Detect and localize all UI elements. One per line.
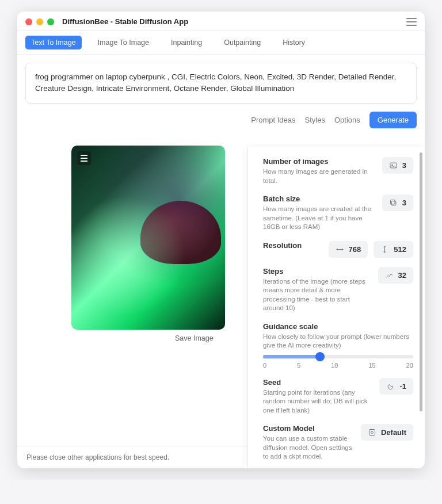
prompt-ideas-link[interactable]: Prompt Ideas bbox=[251, 116, 295, 124]
options-scrollbar[interactable] bbox=[420, 152, 422, 411]
app-title: DiffusionBee - Stable Diffusion App bbox=[62, 17, 188, 26]
tick-20: 20 bbox=[406, 362, 413, 369]
seed-title: Seed bbox=[263, 378, 374, 387]
app-menu-icon[interactable] bbox=[406, 18, 417, 26]
prompt-input[interactable]: frog programmer on laptop cyberpunk , CG… bbox=[25, 63, 417, 104]
stack-icon bbox=[389, 198, 398, 207]
svg-point-5 bbox=[371, 432, 374, 434]
tab-inpainting[interactable]: Inpainting bbox=[165, 36, 208, 49]
minimize-window-button[interactable] bbox=[36, 18, 43, 25]
footer-hint: Please close other applications for best… bbox=[26, 453, 169, 461]
num-images-desc: How many images are generated in total. bbox=[263, 167, 376, 185]
seed-icon bbox=[386, 382, 395, 391]
app-window: DiffusionBee - Stable Diffusion App Text… bbox=[17, 12, 425, 468]
seed-value: -1 bbox=[399, 382, 406, 391]
batch-size-stepper[interactable]: 3 bbox=[382, 194, 413, 211]
custom-model-title: Custom Model bbox=[263, 424, 355, 433]
guidance-ticks: 0 5 10 15 20 bbox=[263, 362, 413, 369]
tick-10: 10 bbox=[331, 362, 338, 369]
batch-size-value: 3 bbox=[402, 198, 406, 207]
maximize-window-button[interactable] bbox=[47, 18, 54, 25]
custom-model-select[interactable]: Default bbox=[361, 424, 413, 441]
custom-model-value: Default bbox=[381, 428, 406, 437]
tick-15: 15 bbox=[369, 362, 376, 369]
model-icon bbox=[368, 428, 376, 437]
window-controls bbox=[25, 18, 54, 25]
generate-button[interactable]: Generate bbox=[369, 112, 417, 128]
steps-icon bbox=[385, 271, 394, 280]
guidance-slider-thumb[interactable] bbox=[315, 352, 325, 361]
num-images-title: Number of images bbox=[263, 157, 376, 166]
resolution-height-value: 512 bbox=[394, 245, 406, 254]
steps-stepper[interactable]: 32 bbox=[378, 267, 413, 284]
batch-size-title: Batch size bbox=[263, 194, 376, 203]
steps-title: Steps bbox=[263, 267, 372, 276]
seed-desc: Starting point for iterations (any rando… bbox=[263, 388, 374, 415]
height-icon bbox=[380, 245, 389, 254]
styles-link[interactable]: Styles bbox=[305, 116, 325, 124]
close-window-button[interactable] bbox=[25, 18, 32, 25]
steps-value: 32 bbox=[398, 271, 406, 280]
titlebar: DiffusionBee - Stable Diffusion App bbox=[17, 12, 425, 31]
main-tabs: Text To Image Image To Image Inpainting … bbox=[17, 31, 425, 55]
content-area: frog programmer on laptop cyberpunk , CG… bbox=[17, 55, 425, 446]
guidance-desc: How closely to follow your prompt (lower… bbox=[263, 333, 413, 350]
resolution-height-stepper[interactable]: 512 bbox=[374, 241, 413, 258]
tick-0: 0 bbox=[263, 362, 266, 369]
tab-outpainting[interactable]: Outpainting bbox=[218, 36, 266, 49]
svg-rect-2 bbox=[391, 201, 396, 205]
image-icon bbox=[389, 161, 398, 170]
save-image-link[interactable]: Save Image bbox=[175, 334, 214, 342]
width-icon bbox=[336, 245, 344, 254]
steps-desc: Iterations of the image (more steps mean… bbox=[263, 277, 372, 313]
resolution-title: Resolution bbox=[263, 241, 323, 250]
svg-rect-4 bbox=[369, 430, 375, 436]
tab-text-to-image[interactable]: Text To Image bbox=[25, 36, 82, 49]
num-images-value: 3 bbox=[402, 161, 406, 170]
seed-input[interactable]: -1 bbox=[379, 378, 413, 395]
batch-size-desc: How many images are created at the samet… bbox=[263, 205, 376, 232]
tab-history[interactable]: History bbox=[277, 36, 311, 49]
resolution-width-stepper[interactable]: 768 bbox=[329, 241, 368, 258]
svg-rect-3 bbox=[390, 200, 395, 205]
tick-5: 5 bbox=[297, 362, 300, 369]
options-panel: Number of images How many images are gen… bbox=[247, 147, 425, 468]
guidance-title: Guidance scale bbox=[263, 322, 413, 331]
resolution-width-value: 768 bbox=[349, 245, 361, 254]
tab-image-to-image[interactable]: Image To Image bbox=[92, 36, 155, 49]
actions-row: Prompt Ideas Styles Options Generate bbox=[25, 112, 417, 128]
custom-model-desc: You can use a custom stable diffusion mo… bbox=[263, 434, 355, 461]
guidance-slider[interactable] bbox=[263, 355, 413, 358]
generated-image[interactable] bbox=[71, 146, 225, 330]
num-images-stepper[interactable]: 3 bbox=[382, 157, 413, 174]
options-link[interactable]: Options bbox=[334, 116, 360, 124]
image-menu-icon[interactable] bbox=[77, 151, 91, 165]
